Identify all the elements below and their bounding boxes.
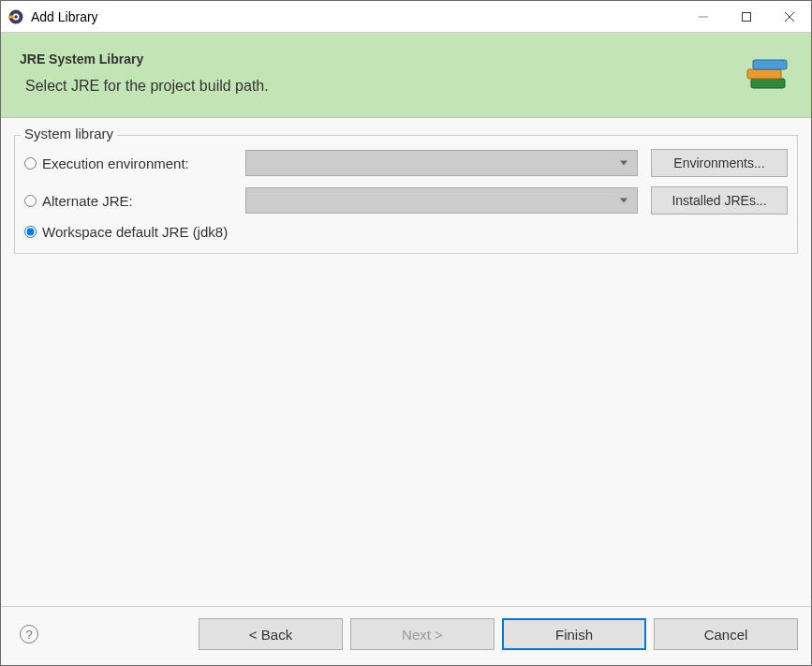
alternate-jre-label: Alternate JRE:	[42, 193, 133, 209]
help-icon[interactable]: ?	[20, 625, 38, 644]
finish-button[interactable]: Finish	[502, 618, 646, 650]
system-library-group: System library Execution environment: En…	[14, 135, 798, 254]
titlebar: Add Library	[1, 1, 811, 33]
alternate-jre-option[interactable]: Alternate JRE:	[24, 193, 238, 209]
minimize-button[interactable]	[682, 1, 725, 32]
content-area: System library Execution environment: En…	[1, 117, 811, 606]
execution-env-combo[interactable]	[245, 150, 638, 176]
maximize-button[interactable]	[725, 1, 768, 32]
execution-env-option[interactable]: Execution environment:	[24, 155, 238, 171]
workspace-default-option[interactable]: Workspace default JRE (jdk8)	[24, 224, 228, 240]
window-controls	[682, 1, 811, 32]
banner-text: JRE System Library Select JRE for the pr…	[20, 52, 269, 95]
execution-env-radio[interactable]	[24, 157, 37, 170]
alternate-jre-combo[interactable]	[245, 187, 638, 214]
banner-subtitle: Select JRE for the project build path.	[20, 78, 269, 95]
svg-rect-8	[751, 79, 785, 88]
back-button[interactable]: < Back	[199, 618, 343, 650]
svg-rect-10	[753, 60, 787, 69]
svg-rect-9	[747, 69, 781, 79]
svg-rect-5	[743, 12, 751, 21]
cancel-button[interactable]: Cancel	[654, 618, 798, 650]
group-legend: System library	[21, 126, 117, 141]
app-icon	[8, 9, 23, 24]
installed-jres-button[interactable]: Installed JREs...	[651, 186, 788, 215]
library-icon	[740, 47, 792, 99]
workspace-default-radio[interactable]	[24, 226, 37, 238]
dialog-window: Add Library JRE System Library Select JR…	[0, 0, 812, 666]
workspace-default-row: Workspace default JRE (jdk8)	[24, 224, 788, 240]
close-button[interactable]	[768, 1, 811, 32]
workspace-default-label: Workspace default JRE (jdk8)	[42, 224, 228, 240]
banner-title: JRE System Library	[20, 52, 269, 67]
button-bar: ? < Back Next > Finish Cancel	[1, 606, 811, 665]
alternate-jre-row: Alternate JRE: Installed JREs...	[24, 186, 788, 215]
window-title: Add Library	[31, 9, 682, 24]
environments-button[interactable]: Environments...	[651, 149, 788, 177]
dialog-banner: JRE System Library Select JRE for the pr…	[1, 33, 811, 117]
next-button: Next >	[350, 618, 495, 650]
execution-env-row: Execution environment: Environments...	[24, 149, 788, 177]
alternate-jre-radio[interactable]	[24, 195, 37, 207]
execution-env-label: Execution environment:	[42, 155, 189, 171]
svg-rect-3	[8, 15, 15, 18]
